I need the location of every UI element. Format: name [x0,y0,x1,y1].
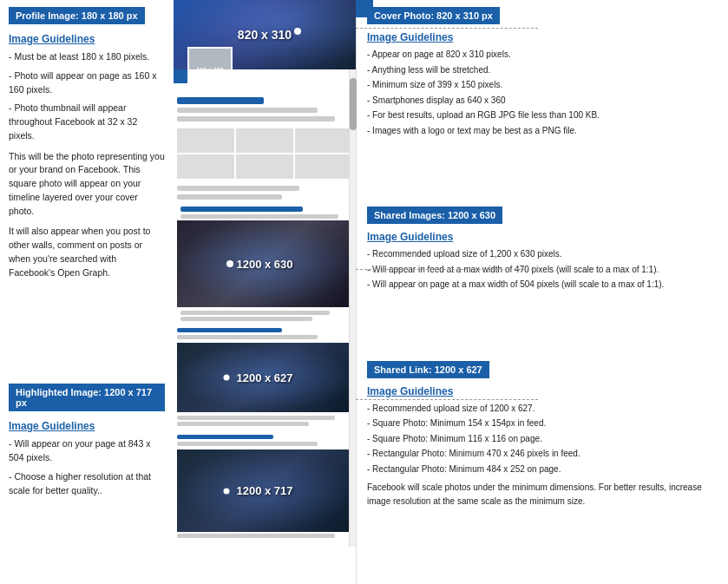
fb-post-bar [177,328,282,332]
grid-cell-4 [177,154,234,179]
fb-bar1 [177,108,318,113]
highlight-img-label: 1200 x 717 [236,484,292,497]
shared-section: Shared Images: 1200 x 630 Image Guidelin… [367,207,718,292]
fb-shared-bar4 [180,317,312,321]
link-guidelines-title: Image Guidelines [367,385,718,397]
connector-shared [356,269,538,270]
highlighted-guidelines-title: Image Guidelines [9,420,165,432]
fb-bar4 [177,194,282,200]
connector-cover [356,28,538,29]
fb-hl-bar3 [177,534,335,538]
cover-guidelines-text: - Appear on page at 820 x 310 pixels. - … [367,48,718,137]
link-footer-text: Facebook will scale photos under the min… [367,481,718,508]
fb-link-bar1 [177,416,335,420]
profile-accent-sq [174,69,187,83]
fb-photo-grid [177,128,352,179]
left-panel: Profile Image: 180 x 180 px Image Guidel… [0,0,174,584]
fb-name-bar [177,97,264,104]
right-panel: Cover Photo: 820 x 310 px Image Guidelin… [356,0,728,584]
post-section [174,328,356,341]
scrollbar[interactable] [349,69,356,547]
fb-post-bar2 [177,335,318,339]
grid-cell-1 [177,128,234,153]
cover-dot [294,28,301,35]
fb-hl-bar2 [177,442,318,446]
fb-bar2 [177,116,335,121]
shared-img: 1200 x 630 [177,220,352,307]
link-img-label: 1200 x 627 [236,371,292,384]
link-guidelines-text: - Recommended upload size of 1200 x 627.… [367,402,718,476]
link-section: Shared Link: 1200 x 627 Image Guidelines… [367,361,718,509]
cover-label: 820 x 310 [238,28,292,42]
cover-photo-mock: 820 x 310 180 x 180 [174,0,356,69]
highlight-img-dot [223,488,229,494]
link-title-box: Shared Link: 1200 x 627 [367,361,489,378]
shared-img-label: 1200 x 630 [236,258,292,271]
profile-box-label: 180 x 180 [196,67,223,70]
profile-desc2: It will also appear when you post to oth… [9,225,165,279]
link-img: 1200 x 627 [177,343,352,412]
fb-bar3 [177,186,299,191]
link-img-wrapper: 1200 x 627 [177,343,352,426]
scroll-thumb[interactable] [350,78,357,130]
shared-img-wrapper: 1200 x 630 [177,207,352,321]
profile-box: 180 x 180 [187,47,233,69]
grid-cell-2 [236,128,293,153]
profile-title-box: Profile Image: 180 x 180 px [9,7,145,24]
fb-shared-bar3 [180,311,330,315]
link-img-dot [223,375,229,381]
fb-shared-bar [180,207,303,212]
shared-title-box: Shared Images: 1200 x 630 [367,207,502,224]
highlight-img: 1200 x 717 [177,449,352,532]
highlight-section [174,435,356,448]
fb-shared-bar2 [180,214,338,219]
grid-cell-3 [295,128,352,153]
cover-guidelines-title: Image Guidelines [367,31,718,43]
top-accent [356,0,373,17]
grid-cell-6 [295,154,352,179]
fb-hl-bar [177,435,273,439]
profile-guidelines-title: Image Guidelines [9,33,165,45]
highlighted-title-box: Highlighted Image: 1200 x 717 px [9,384,165,411]
profile-desc1: This will be the photo representing you … [9,150,165,219]
grid-cell-5 [236,154,293,179]
fb-content [174,69,356,200]
shared-guidelines-title: Image Guidelines [367,231,718,243]
profile-guidelines-text: - Must be at least 180 x 180 pixels. - P… [9,50,165,143]
highlighted-guidelines-text: - Will appear on your page at 843 x 504 … [9,437,165,497]
cover-section: Cover Photo: 820 x 310 px Image Guidelin… [367,7,718,137]
middle-panel: 820 x 310 180 x 180 [174,0,356,584]
fb-link-bar2 [177,422,309,426]
cover-title-box: Cover Photo: 820 x 310 px [367,7,500,24]
connector-link [356,399,538,400]
highlight-img-wrapper: 1200 x 717 [177,449,352,538]
shared-img-dot [226,260,233,267]
